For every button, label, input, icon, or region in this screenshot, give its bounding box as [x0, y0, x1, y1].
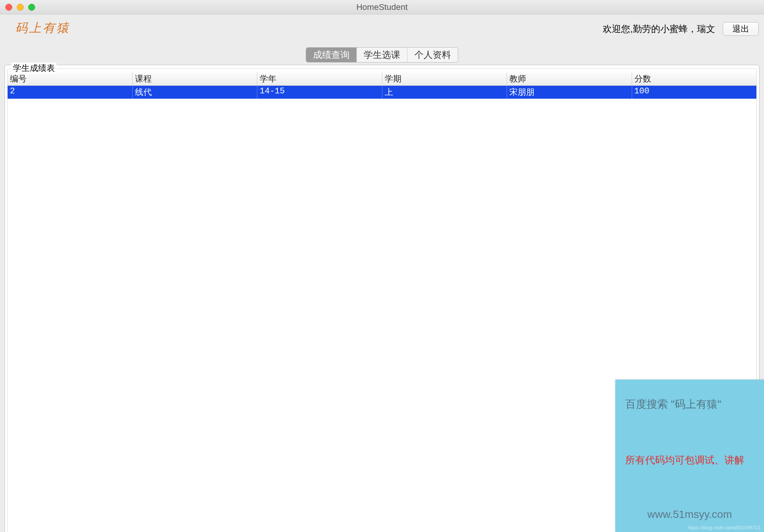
- group-legend: 学生成绩表: [11, 62, 56, 74]
- cell-course: 线代: [132, 86, 257, 99]
- tab-profile[interactable]: 个人资料: [408, 48, 458, 62]
- cell-teacher: 宋朋朋: [507, 86, 632, 99]
- banner-line1: 百度搜索 "码上有猿": [625, 397, 754, 412]
- banner-line2: 所有代码均可包调试、讲解: [625, 453, 754, 467]
- col-course[interactable]: 课程: [132, 72, 257, 85]
- cell-year: 14-15: [257, 86, 382, 99]
- tab-strip: 成绩查询 学生选课 个人资料: [0, 47, 764, 62]
- col-score[interactable]: 分数: [632, 72, 757, 85]
- tab-grades[interactable]: 成绩查询: [306, 48, 357, 62]
- logout-button[interactable]: 退出: [723, 22, 759, 36]
- close-icon[interactable]: [5, 4, 12, 11]
- grades-table: 编号 课程 学年 学期 教师 分数 2 线代 14-15 上 宋朋朋 100: [8, 69, 756, 99]
- app-header: 码上有猿 欢迎您,勤劳的小蜜蜂，瑞文 退出: [0, 14, 764, 37]
- brand-logo: 码上有猿: [15, 20, 70, 37]
- tab-courses[interactable]: 学生选课: [357, 48, 408, 62]
- col-teacher[interactable]: 教师: [507, 72, 632, 85]
- col-term[interactable]: 学期: [382, 72, 507, 85]
- cell-term: 上: [382, 86, 507, 99]
- cell-score: 100: [632, 86, 757, 99]
- window-title: HomeStudent: [356, 2, 408, 12]
- col-id[interactable]: 编号: [8, 72, 132, 85]
- cell-id: 2: [8, 86, 132, 99]
- welcome-text: 欢迎您,勤劳的小蜜蜂，瑞文: [603, 23, 715, 35]
- table-header: 编号 课程 学年 学期 教师 分数: [8, 72, 756, 86]
- maximize-icon[interactable]: [28, 4, 35, 11]
- promo-banner: 百度搜索 "码上有猿" 所有代码均可包调试、讲解 www.51msyy.com …: [615, 380, 764, 532]
- user-area: 欢迎您,勤劳的小蜜蜂，瑞文 退出: [603, 22, 759, 36]
- traffic-lights: [5, 4, 35, 11]
- banner-watermark: https://blog.csdn.net/a501936721: [688, 525, 761, 530]
- minimize-icon[interactable]: [17, 4, 24, 11]
- col-year[interactable]: 学年: [257, 72, 382, 85]
- banner-url: www.51msyy.com: [625, 508, 754, 521]
- window-titlebar: HomeStudent: [0, 0, 764, 14]
- tabs-container: 成绩查询 学生选课 个人资料: [306, 47, 458, 62]
- table-row[interactable]: 2 线代 14-15 上 宋朋朋 100: [8, 86, 756, 99]
